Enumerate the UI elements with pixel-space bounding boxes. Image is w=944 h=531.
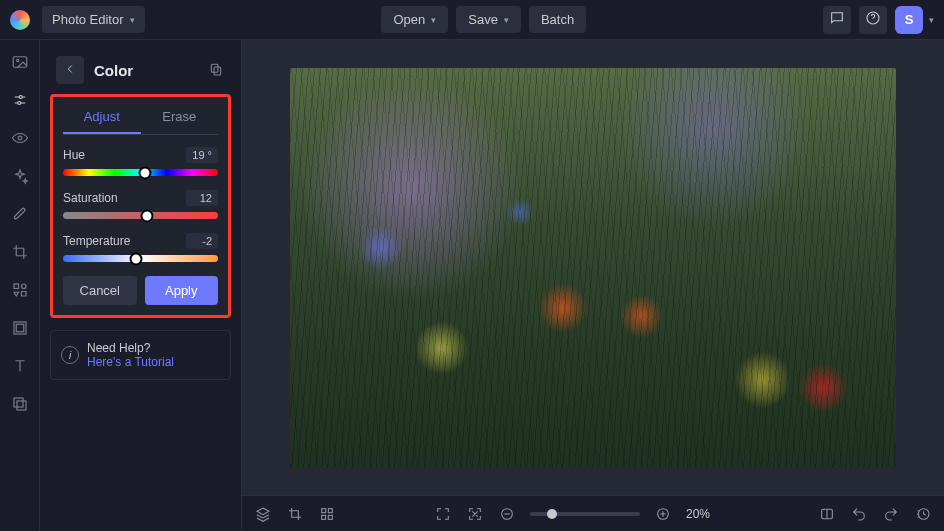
tab-adjust[interactable]: Adjust <box>63 103 141 134</box>
svg-rect-11 <box>17 401 26 410</box>
app-logo <box>10 10 30 30</box>
fit-button[interactable] <box>466 505 484 523</box>
svg-rect-14 <box>322 508 326 512</box>
svg-point-4 <box>17 102 20 105</box>
tab-erase[interactable]: Erase <box>141 103 219 134</box>
hue-label: Hue <box>63 148 85 162</box>
hue-value[interactable]: 19 ° <box>186 147 218 163</box>
svg-point-7 <box>21 284 26 289</box>
saturation-label: Saturation <box>63 191 118 205</box>
saturation-slider[interactable] <box>63 212 218 219</box>
svg-point-3 <box>19 96 22 99</box>
chat-icon <box>829 10 845 29</box>
tool-rail <box>0 40 40 531</box>
temperature-label: Temperature <box>63 234 130 248</box>
photo-canvas[interactable] <box>290 68 896 468</box>
avatar-initial: S <box>905 12 914 27</box>
eye-tool-icon[interactable] <box>10 128 30 148</box>
question-icon <box>865 10 881 29</box>
arrow-left-icon <box>63 62 77 79</box>
chevron-down-icon[interactable]: ▾ <box>929 15 934 25</box>
open-label: Open <box>393 12 425 27</box>
panel-title: Color <box>94 62 197 79</box>
sparkle-tool-icon[interactable] <box>10 166 30 186</box>
svg-point-2 <box>16 59 18 61</box>
saturation-handle[interactable] <box>140 209 153 222</box>
canvas-area[interactable] <box>242 40 944 495</box>
image-tool-icon[interactable] <box>10 52 30 72</box>
save-button[interactable]: Save ▾ <box>456 6 521 33</box>
svg-rect-9 <box>16 324 24 332</box>
layers-tool-icon[interactable] <box>10 394 30 414</box>
grid-button[interactable] <box>318 505 336 523</box>
chevron-down-icon: ▾ <box>431 15 436 25</box>
chevron-down-icon: ▾ <box>130 15 135 25</box>
temperature-value[interactable]: -2 <box>186 233 218 249</box>
user-avatar[interactable]: S <box>895 6 923 34</box>
cancel-button[interactable]: Cancel <box>63 276 137 305</box>
help-button[interactable] <box>859 6 887 34</box>
saturation-slider-row: Saturation 12 <box>63 190 218 219</box>
batch-label: Batch <box>541 12 574 27</box>
hue-handle[interactable] <box>139 166 152 179</box>
batch-button[interactable]: Batch <box>529 6 586 33</box>
svg-rect-6 <box>14 284 19 289</box>
apply-button[interactable]: Apply <box>145 276 219 305</box>
back-button[interactable] <box>56 56 84 84</box>
svg-rect-13 <box>214 67 221 75</box>
fullscreen-button[interactable] <box>434 505 452 523</box>
open-button[interactable]: Open ▾ <box>381 6 448 33</box>
top-bar: Photo Editor ▾ Open ▾ Save ▾ Batch S ▾ <box>0 0 944 40</box>
zoom-out-button[interactable] <box>498 505 516 523</box>
photo-texture <box>290 68 896 468</box>
help-question: Need Help? <box>87 341 174 355</box>
redo-button[interactable] <box>882 505 900 523</box>
svg-rect-16 <box>322 515 326 519</box>
svg-rect-12 <box>211 64 218 72</box>
bottom-toolbar: 20% <box>242 495 944 531</box>
copy-settings-button[interactable] <box>207 61 225 79</box>
hue-slider[interactable] <box>63 169 218 176</box>
history-button[interactable] <box>914 505 932 523</box>
undo-button[interactable] <box>850 505 868 523</box>
text-tool-icon[interactable] <box>10 356 30 376</box>
adjust-tool-icon[interactable] <box>10 90 30 110</box>
color-tabs: Adjust Erase <box>63 103 218 135</box>
svg-rect-15 <box>328 508 332 512</box>
app-title-dropdown[interactable]: Photo Editor ▾ <box>42 6 145 33</box>
crop-button[interactable] <box>286 505 304 523</box>
help-card: i Need Help? Here's a Tutorial <box>50 330 231 380</box>
save-label: Save <box>468 12 498 27</box>
svg-rect-17 <box>328 515 332 519</box>
svg-point-5 <box>18 136 22 140</box>
zoom-level[interactable]: 20% <box>686 507 720 521</box>
compare-button[interactable] <box>818 505 836 523</box>
crop-tool-icon[interactable] <box>10 242 30 262</box>
temperature-slider[interactable] <box>63 255 218 262</box>
info-icon: i <box>61 346 79 364</box>
chevron-down-icon: ▾ <box>504 15 509 25</box>
temperature-handle[interactable] <box>129 252 142 265</box>
feedback-button[interactable] <box>823 6 851 34</box>
saturation-value[interactable]: 12 <box>186 190 218 206</box>
brush-tool-icon[interactable] <box>10 204 30 224</box>
temperature-slider-row: Temperature -2 <box>63 233 218 262</box>
zoom-slider[interactable] <box>530 512 640 516</box>
hue-slider-row: Hue 19 ° <box>63 147 218 176</box>
zoom-handle[interactable] <box>547 509 557 519</box>
copy-icon <box>208 61 224 80</box>
layers-button[interactable] <box>254 505 272 523</box>
shapes-tool-icon[interactable] <box>10 280 30 300</box>
zoom-in-button[interactable] <box>654 505 672 523</box>
frame-tool-icon[interactable] <box>10 318 30 338</box>
color-adjust-card: Adjust Erase Hue 19 ° Saturation 12 <box>50 94 231 318</box>
app-title: Photo Editor <box>52 12 124 27</box>
tutorial-link[interactable]: Here's a Tutorial <box>87 355 174 369</box>
svg-rect-10 <box>14 398 23 407</box>
side-panel: Color Adjust Erase Hue 19 ° <box>40 40 242 531</box>
